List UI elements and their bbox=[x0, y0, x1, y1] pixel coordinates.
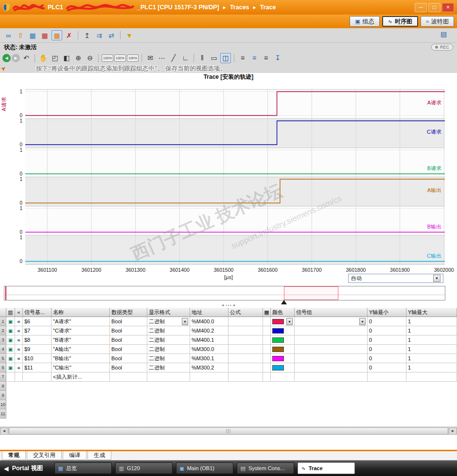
cell-display-format[interactable]: 二进制 bbox=[147, 363, 190, 372]
header-chevrons-icon[interactable]: « bbox=[15, 308, 23, 317]
row-number[interactable]: 6 bbox=[0, 363, 6, 372]
header-color[interactable]: 颜色 bbox=[271, 308, 295, 317]
cell-color[interactable] bbox=[271, 354, 295, 363]
row-number[interactable]: 4 bbox=[0, 345, 6, 354]
trace-chart-canvas[interactable]: 10A请求10C请求10B请求10A输出10B输出10C输出3601100360… bbox=[0, 82, 457, 272]
breadcrumb-device[interactable]: _PLC1 [CPU 1517F-3 PN/DP] bbox=[137, 4, 219, 11]
tab-compile[interactable]: 编译 bbox=[63, 451, 87, 460]
detach-editor-icon[interactable]: ▤ bbox=[440, 30, 447, 38]
cell-name[interactable]: "B输出" bbox=[52, 354, 110, 363]
row-number[interactable]: 11 bbox=[0, 409, 6, 419]
add-signal-placeholder[interactable]: <插入新计... bbox=[52, 372, 110, 382]
cell-y-min[interactable]: 0 bbox=[368, 354, 406, 363]
measure-vertical-icon[interactable]: ‖ bbox=[197, 53, 208, 63]
export-trace-icon[interactable]: ↥ bbox=[82, 30, 92, 40]
cell-chevrons[interactable] bbox=[15, 372, 23, 382]
color-swatch[interactable] bbox=[272, 328, 284, 334]
cell-y-max[interactable]: 1 bbox=[406, 317, 457, 326]
cell-data-type[interactable]: Bool bbox=[110, 326, 147, 335]
cell-signal-base[interactable]: $6 bbox=[23, 317, 52, 326]
row-number[interactable]: 10 bbox=[0, 400, 6, 409]
cell-display-format[interactable]: 二进制 bbox=[147, 326, 190, 335]
cell-chart-toggle[interactable] bbox=[263, 354, 271, 363]
filter-icon[interactable]: ▼ bbox=[124, 30, 135, 40]
cell-data-type[interactable]: Bool bbox=[110, 317, 147, 326]
zoom-region-selector[interactable] bbox=[284, 286, 338, 300]
restore-button[interactable]: □ bbox=[428, 3, 440, 12]
cell-y-max[interactable]: 1 bbox=[406, 345, 457, 354]
header-y-max[interactable]: Y轴最大 bbox=[406, 308, 457, 317]
cell-y-max[interactable]: 1 bbox=[406, 335, 457, 345]
row-number[interactable]: 2 bbox=[0, 326, 6, 335]
cell-address[interactable]: %M400.2 bbox=[190, 326, 228, 335]
row-number[interactable]: 7 bbox=[0, 372, 6, 382]
row-number[interactable]: 8 bbox=[0, 382, 6, 391]
cell-address[interactable]: %M300.1 bbox=[190, 354, 228, 363]
cell-address[interactable]: %M300.0 bbox=[190, 345, 228, 354]
cell-signal-base[interactable]: $11 bbox=[23, 363, 52, 372]
position-marker-icon[interactable] bbox=[281, 300, 287, 304]
cell-grp[interactable] bbox=[295, 372, 368, 382]
cell-color[interactable] bbox=[271, 345, 295, 354]
cell-color[interactable] bbox=[271, 326, 295, 335]
splitter-grip[interactable]: ◄ ▪ ▪ ▪ ► bbox=[206, 303, 251, 307]
cell-signal-base[interactable]: $7 bbox=[23, 326, 52, 335]
cell-monitor[interactable]: ▣ bbox=[6, 345, 15, 354]
table-row[interactable]: 9 bbox=[0, 391, 457, 400]
tab-general[interactable]: 常规 bbox=[2, 451, 26, 460]
cell-signal-base[interactable] bbox=[23, 372, 52, 382]
show-snapshots-icon[interactable]: ≡ bbox=[249, 53, 260, 63]
cell-chart-toggle[interactable] bbox=[263, 345, 271, 354]
cell-data-type[interactable]: Bool bbox=[110, 363, 147, 372]
cell-y-max[interactable]: 1 bbox=[406, 363, 457, 372]
tab-configuration[interactable]: ▣组态 bbox=[350, 16, 379, 27]
table-row[interactable]: 8 bbox=[0, 382, 457, 391]
table-row[interactable]: 10 bbox=[0, 400, 457, 409]
interpolation-step-icon[interactable]: ∟ bbox=[180, 53, 191, 63]
add-signals-to-diagram-icon[interactable]: ◫ bbox=[220, 53, 231, 63]
horizontal-scrollbar[interactable]: ◄ ||| ► bbox=[0, 426, 457, 435]
header-data-type[interactable]: 数据类型 bbox=[110, 308, 147, 317]
portal-view-button[interactable]: ◀ Portal 视图 bbox=[4, 464, 43, 473]
tab-cross-references[interactable]: 交叉引用 bbox=[27, 451, 62, 460]
cell-chevrons[interactable]: « bbox=[15, 335, 23, 345]
show-samples-icon[interactable]: ⋯ bbox=[157, 53, 167, 63]
cell-color[interactable] bbox=[271, 335, 295, 345]
minimize-button[interactable]: ─ bbox=[415, 3, 427, 12]
cell-color[interactable]: ▼ bbox=[271, 317, 295, 326]
tab-generate[interactable]: 生成 bbox=[88, 451, 111, 460]
zoom-time-range-icon[interactable]: ◧ bbox=[61, 53, 72, 63]
add-measurement-icon[interactable]: ▦ bbox=[27, 30, 38, 40]
cell-ci[interactable] bbox=[263, 372, 271, 382]
zoom-in-icon[interactable]: ⊕ bbox=[73, 53, 84, 63]
cell-signal-group[interactable] bbox=[295, 345, 368, 354]
cell-form[interactable] bbox=[228, 372, 263, 382]
cell-y-min[interactable]: 0 bbox=[368, 363, 406, 372]
header-chart-icon[interactable]: ▦ bbox=[263, 308, 271, 317]
header-signal-group[interactable]: 信号组 bbox=[295, 308, 368, 317]
cell-data-type[interactable]: Bool bbox=[110, 354, 147, 363]
table-row[interactable]: 5▣«$10"B输出"Bool二进制%M300.101 bbox=[0, 354, 457, 363]
discard-measurement-icon[interactable]: ▦ bbox=[39, 30, 50, 40]
breadcrumb-traces[interactable]: Traces bbox=[230, 4, 249, 11]
cell-chart-toggle[interactable] bbox=[263, 326, 271, 335]
cell-data-type[interactable]: Bool bbox=[110, 345, 147, 354]
cell-display-format[interactable]: 二进制 bbox=[147, 345, 190, 354]
row-number[interactable]: 5 bbox=[0, 354, 6, 363]
cell-monitor[interactable]: ▣ bbox=[6, 354, 15, 363]
cell-monitor[interactable]: ▣ bbox=[6, 363, 15, 372]
transfer-to-device-icon[interactable]: ⇉ bbox=[94, 30, 105, 40]
tab-bode-diagram[interactable]: ≈波特图 bbox=[421, 16, 454, 27]
monitor-on-off-icon[interactable]: ∞ bbox=[3, 30, 14, 40]
color-swatch[interactable] bbox=[272, 356, 284, 361]
cell-chevrons[interactable]: « bbox=[15, 345, 23, 354]
table-row[interactable]: 4▣«$9"A输出"Bool二进制%M300.001 bbox=[0, 345, 457, 354]
cell-signal-group[interactable] bbox=[295, 326, 368, 335]
tab-timing-diagram[interactable]: ∿时序图 bbox=[382, 16, 418, 27]
cell-formula[interactable] bbox=[228, 335, 263, 345]
cell-signal-base[interactable]: $10 bbox=[23, 354, 52, 363]
task-system-constants[interactable]: ▤System Cons... bbox=[237, 462, 294, 474]
task-g120[interactable]: ▥G120 bbox=[115, 462, 173, 474]
cell-monitor[interactable]: ▣ bbox=[6, 335, 15, 345]
cell-chevrons[interactable]: « bbox=[15, 354, 23, 363]
